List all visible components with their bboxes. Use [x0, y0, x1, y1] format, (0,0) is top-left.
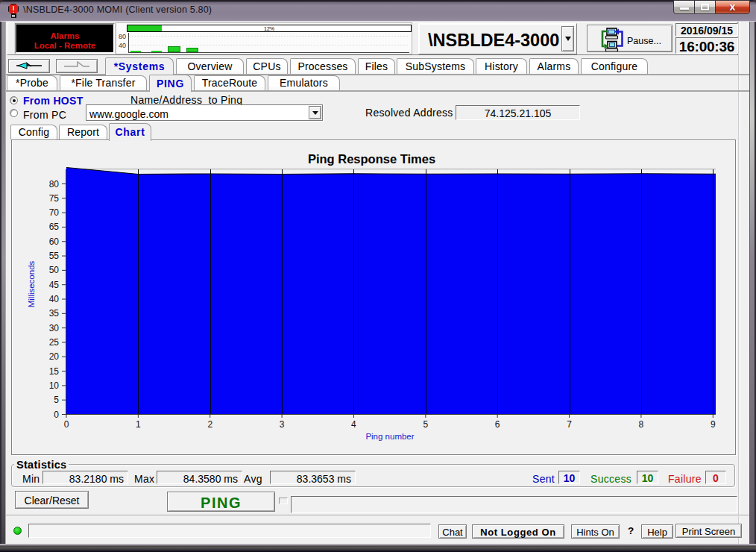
- svg-text:5: 5: [423, 419, 428, 430]
- svg-text:8: 8: [639, 419, 644, 430]
- svg-text:75: 75: [49, 193, 60, 204]
- svg-text:9: 9: [711, 419, 716, 430]
- svg-text:Milliseconds: Milliseconds: [27, 260, 36, 307]
- svg-text:65: 65: [49, 222, 60, 232]
- svg-text:4: 4: [351, 419, 356, 430]
- svg-text:Ping number: Ping number: [365, 432, 414, 441]
- svg-text:70: 70: [49, 207, 60, 218]
- svg-text:60: 60: [49, 236, 60, 247]
- svg-text:30: 30: [49, 323, 60, 333]
- svg-text:5: 5: [54, 395, 59, 405]
- svg-text:10: 10: [49, 380, 60, 391]
- svg-text:45: 45: [49, 280, 60, 290]
- svg-text:80: 80: [49, 179, 60, 189]
- svg-text:2: 2: [207, 419, 212, 430]
- svg-text:25: 25: [49, 337, 60, 348]
- svg-text:6: 6: [495, 419, 500, 430]
- svg-text:7: 7: [567, 419, 572, 430]
- svg-text:55: 55: [49, 251, 60, 261]
- svg-text:15: 15: [49, 366, 60, 377]
- svg-text:50: 50: [49, 265, 60, 275]
- svg-text:35: 35: [49, 308, 60, 319]
- svg-text:1: 1: [136, 419, 141, 430]
- svg-text:20: 20: [49, 351, 60, 362]
- svg-text:0: 0: [64, 419, 69, 430]
- svg-text:0: 0: [54, 410, 59, 420]
- svg-text:40: 40: [49, 294, 60, 304]
- svg-text:3: 3: [280, 419, 285, 430]
